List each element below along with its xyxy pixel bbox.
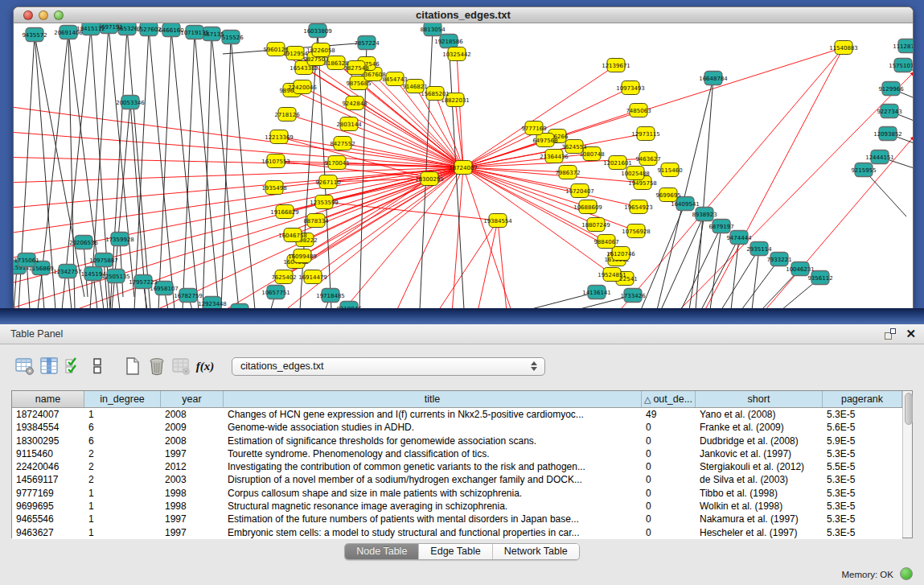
function-builder-button[interactable]: f(x) xyxy=(193,354,217,378)
memory-status-label: Memory: OK xyxy=(841,570,893,579)
graph-node-label: 18807249 xyxy=(581,222,610,229)
table-row[interactable]: 1830029562008Estimation of significance … xyxy=(12,435,902,447)
table-row[interactable]: 946554611997Estimation of the future num… xyxy=(12,513,902,525)
graph-node-label: 9129966 xyxy=(878,86,904,93)
graph-node-label: 9474444 xyxy=(726,235,752,241)
graph-edge xyxy=(463,47,844,167)
create-column-button[interactable] xyxy=(121,354,145,378)
graph-node-label: 10025488 xyxy=(621,171,650,177)
graph-edge xyxy=(14,167,463,241)
tab-edge-table[interactable]: Edge Table xyxy=(419,544,492,559)
graph-node-label: 17957223 xyxy=(129,279,158,286)
table-cell: 6 xyxy=(84,435,161,447)
graph-node-label: 19218586 xyxy=(434,39,463,45)
column-header-name[interactable]: name xyxy=(12,391,84,407)
graph-edge xyxy=(701,237,739,309)
graph-node-label: 9699695 xyxy=(655,192,680,199)
float-panel-icon[interactable] xyxy=(885,328,896,340)
graph-node-label: 9115460 xyxy=(657,167,682,174)
table-tabs: Node TableEdge TableNetwork Table xyxy=(0,543,924,560)
graph-node-label: 2935114 xyxy=(746,246,772,253)
table-cell: Wolkin et al. (1998) xyxy=(696,500,823,513)
table-row[interactable]: 1456911722003Disruption of a novel membe… xyxy=(12,473,902,486)
graph-node-label: 9227343 xyxy=(877,109,901,115)
table-cell: 5.6E-5 xyxy=(823,421,902,434)
table-cell: 0 xyxy=(642,447,696,460)
column-header-year[interactable]: year xyxy=(161,391,224,407)
table-cell: 2009 xyxy=(161,421,224,434)
graph-node-label: 10688609 xyxy=(573,204,602,211)
table-options-button[interactable] xyxy=(13,354,37,378)
import-table-button[interactable] xyxy=(169,354,193,378)
graph-edge xyxy=(14,167,463,184)
graph-node-label: 12973115 xyxy=(631,131,660,138)
tab-network-table[interactable]: Network Table xyxy=(493,544,579,559)
network-view-window[interactable]: citations_edges.txt 14569117106577518318… xyxy=(13,6,914,309)
table-gear-icon xyxy=(14,356,35,377)
graph-node-label: 9242848 xyxy=(342,101,367,107)
table-cell: 1998 xyxy=(161,487,224,500)
table-cell: Embryonic stem cells: a model to study s… xyxy=(224,526,642,539)
column-header-in_degree[interactable]: in_degree xyxy=(84,391,161,407)
graph-node-label: 16648784 xyxy=(699,76,728,82)
application-window: citations_edges.txt 14569117106577518318… xyxy=(0,0,924,585)
graph-node-label: 9267110 xyxy=(315,179,340,186)
fx-icon: f(x) xyxy=(196,360,215,373)
table-cell: 0 xyxy=(642,526,696,539)
column-header-out_de[interactable]: △out_de... xyxy=(642,391,696,407)
graph-node-label: 16782759 xyxy=(174,293,203,299)
show-columns-button[interactable] xyxy=(37,354,61,378)
network-graph[interactable]: 1456911710657751831804619718485173342614… xyxy=(14,23,913,309)
graph-node-label: 21364436 xyxy=(540,154,569,160)
table-row[interactable]: 1938455462009Genome-wide association stu… xyxy=(12,421,902,434)
table-cell: 49 xyxy=(642,408,696,421)
table-cell: Franke et al. (2009) xyxy=(696,421,823,434)
table-row[interactable]: 911546021997Tourette syndrome. Phenomeno… xyxy=(12,447,902,460)
table-cell: 0 xyxy=(642,473,696,486)
table-scrollbar[interactable] xyxy=(902,391,912,538)
delete-column-button[interactable] xyxy=(145,354,169,378)
graph-node-label: 1733426 xyxy=(620,293,646,299)
network-window-title: citations_edges.txt xyxy=(14,9,913,21)
table-cell: 1997 xyxy=(161,513,224,525)
table-cell: 1997 xyxy=(161,447,224,460)
graph-node-label: 9170041 xyxy=(324,160,349,167)
graph-node-label: 20206536 xyxy=(69,240,98,246)
network-window-titlebar[interactable]: citations_edges.txt xyxy=(14,7,913,23)
graph-node-label: 16914479 xyxy=(298,274,327,281)
graph-node-label: 12342757 xyxy=(53,269,82,275)
column-header-pagerank[interactable]: pagerank xyxy=(823,391,902,407)
table-cell: 1 xyxy=(84,487,161,500)
table-row[interactable]: 969969511998Structural magnetic resonanc… xyxy=(12,500,902,513)
tab-node-table[interactable]: Node Table xyxy=(345,544,419,559)
graph-node-label: 12444151 xyxy=(865,154,894,161)
network-canvas[interactable]: 1456911710657751831804619718485173342614… xyxy=(14,23,913,309)
trash-icon xyxy=(146,356,167,377)
new-document-icon xyxy=(122,356,143,377)
table-cell: 2008 xyxy=(161,435,224,447)
table-row[interactable]: 1872400712008Changes of HCN gene express… xyxy=(12,408,902,421)
table-column-icon xyxy=(39,356,60,377)
table-selector-dropdown[interactable]: citations_edges.txt xyxy=(232,357,545,376)
graph-node-label: 16033809 xyxy=(303,28,332,35)
graph-node-label: 9777169 xyxy=(521,126,546,132)
graph-edge xyxy=(355,103,463,167)
table-cell: 5.3E-5 xyxy=(823,500,902,513)
graph-node-label: 9435572 xyxy=(22,32,47,39)
graph-edge xyxy=(14,167,463,212)
memory-status-icon[interactable] xyxy=(900,567,913,580)
graph-node-label: 8427552 xyxy=(330,141,355,147)
select-columns-button[interactable] xyxy=(61,354,85,378)
table-cell: 1 xyxy=(84,513,161,525)
column-header-short[interactable]: short xyxy=(696,391,823,407)
column-header-title[interactable]: title xyxy=(224,391,642,407)
close-panel-icon[interactable]: ✕ xyxy=(906,328,916,340)
table-row[interactable]: 946362711997Embryonic stem cells: a mode… xyxy=(12,526,902,539)
table-cell: 5.3E-5 xyxy=(823,408,902,421)
table-cell: 2 xyxy=(84,473,161,486)
table-row[interactable]: 977716911998Corpus callosum shape and si… xyxy=(12,487,902,500)
table-row[interactable]: 2242004622012Investigating the contribut… xyxy=(12,460,902,473)
scrollbar-thumb[interactable] xyxy=(905,393,913,425)
graph-node-label: 5960123 xyxy=(263,47,288,53)
row-height-button[interactable] xyxy=(85,354,109,378)
